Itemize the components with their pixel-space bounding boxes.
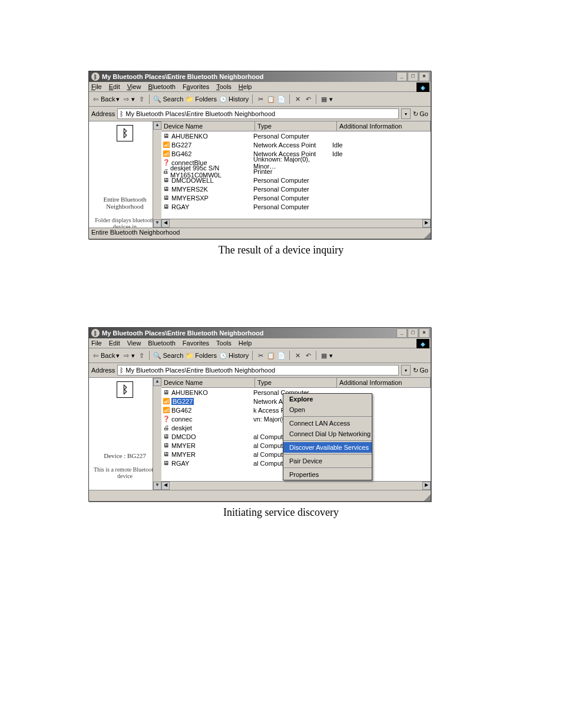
forward-button[interactable]: ⇨ ▾ <box>122 95 135 103</box>
resize-grip[interactable] <box>422 230 431 239</box>
go-button[interactable]: ↻ Go <box>413 367 428 374</box>
paste-button[interactable]: 📄 <box>277 351 286 360</box>
address-dropdown[interactable]: ▾ <box>401 365 411 375</box>
copy-button[interactable]: 📋 <box>267 351 275 360</box>
panel-scrollbar[interactable]: ▲ ▼ <box>153 121 161 228</box>
views-icon: ▦ <box>320 95 328 103</box>
list-hscrollbar[interactable]: ◀ ▶ <box>161 219 431 228</box>
cut-button[interactable]: ✂ <box>256 95 265 103</box>
minimize-button[interactable]: _ <box>396 72 407 81</box>
delete-button[interactable]: ✕ <box>293 351 302 360</box>
history-label: History <box>229 95 249 103</box>
undo-button[interactable]: ↶ <box>304 351 312 360</box>
folders-icon: 📁 <box>186 95 194 103</box>
ctx-pair-device[interactable]: Pair Device <box>283 456 372 466</box>
copy-icon: 📋 <box>267 95 275 103</box>
address-dropdown[interactable]: ▾ <box>401 108 411 119</box>
folders-button[interactable]: 📁Folders <box>186 351 217 360</box>
col-type[interactable]: Type <box>255 121 337 131</box>
scroll-left-button[interactable]: ◀ <box>161 482 170 490</box>
col-device-name[interactable]: Device Name <box>161 378 255 387</box>
up-button[interactable]: ⇧ <box>137 351 146 360</box>
menu-favorites[interactable]: Favorites <box>183 83 209 90</box>
menu-view[interactable]: View <box>127 340 141 347</box>
cut-button[interactable]: ✂ <box>256 351 265 360</box>
search-button[interactable]: 🔍Search <box>153 95 183 103</box>
scroll-right-button[interactable]: ▶ <box>422 219 431 228</box>
up-button[interactable]: ⇧ <box>137 95 146 103</box>
search-icon: 🔍 <box>153 95 161 103</box>
device-name: MMYERS2K <box>171 186 208 193</box>
copy-button[interactable]: 📋 <box>267 95 275 103</box>
back-button[interactable]: ⇦Back ▾ <box>91 95 120 103</box>
history-button[interactable]: 🕓History <box>219 95 249 103</box>
device-name: connec <box>171 416 192 423</box>
scroll-down-button[interactable]: ▼ <box>153 219 161 228</box>
table-row[interactable]: 🖥MMYERSXPPersonal Computer <box>161 193 431 202</box>
menu-bluetooth[interactable]: Bluetooth <box>148 83 176 90</box>
views-button[interactable]: ▦ ▾ <box>320 95 333 103</box>
ctx-properties[interactable]: Properties <box>283 469 372 480</box>
window-service-discovery: ᛒ My Bluetooth Places\Entire Bluetooth N… <box>88 327 431 502</box>
ctx-explore[interactable]: Explore <box>283 394 372 404</box>
panel-scrollbar[interactable]: ▲ ▼ <box>153 378 161 490</box>
menu-tools[interactable]: Tools <box>216 340 232 347</box>
table-row[interactable]: 🖥AHUBENKOPersonal Computer <box>161 131 431 140</box>
col-device-name[interactable]: Device Name <box>161 121 255 131</box>
back-button[interactable]: ⇦Back ▾ <box>91 351 120 360</box>
search-button[interactable]: 🔍Search <box>153 351 183 360</box>
menu-help[interactable]: Help <box>239 83 252 90</box>
menu-help[interactable]: Help <box>239 340 252 347</box>
undo-button[interactable]: ↶ <box>304 95 312 103</box>
history-button[interactable]: 🕓History <box>219 351 249 360</box>
menu-file[interactable]: File <box>91 83 102 90</box>
resize-grip[interactable] <box>422 493 431 501</box>
views-button[interactable]: ▦ ▾ <box>320 351 333 360</box>
list-hscrollbar[interactable]: ◀ ▶ <box>161 481 431 490</box>
ctx-connect-lan[interactable]: Connect LAN Access <box>283 418 372 429</box>
delete-button[interactable]: ✕ <box>293 95 302 103</box>
table-row[interactable]: 📶BG227Network Access PointIdle <box>161 140 431 149</box>
maximize-button[interactable]: □ <box>408 328 418 338</box>
address-input[interactable]: ᛒ My Bluetooth Places\Entire Bluetooth N… <box>117 108 399 119</box>
address-input[interactable]: ᛒ My Bluetooth Places\Entire Bluetooth N… <box>117 365 399 375</box>
close-button[interactable]: × <box>419 72 429 81</box>
close-button[interactable]: × <box>419 328 429 338</box>
scroll-right-button[interactable]: ▶ <box>422 482 431 490</box>
maximize-button[interactable]: □ <box>408 72 418 81</box>
paste-button[interactable]: 📄 <box>277 95 286 103</box>
scroll-left-button[interactable]: ◀ <box>161 219 170 228</box>
scroll-up-button[interactable]: ▲ <box>153 121 161 130</box>
folders-button[interactable]: 📁Folders <box>186 95 217 103</box>
menu-tools[interactable]: Tools <box>216 83 232 90</box>
go-button[interactable]: ↻ Go <box>413 110 428 118</box>
device-name: MMYERSXP <box>171 195 209 202</box>
device-icon: 🖥 <box>163 451 170 458</box>
ctx-open[interactable]: Open <box>283 404 372 415</box>
delete-icon: ✕ <box>293 351 302 360</box>
menu-edit[interactable]: Edit <box>109 340 120 347</box>
forward-button[interactable]: ⇨ ▾ <box>122 351 135 360</box>
minimize-button[interactable]: _ <box>396 328 407 338</box>
titlebar[interactable]: ᛒ My Bluetooth Places\Entire Bluetooth N… <box>89 328 431 338</box>
scroll-down-button[interactable]: ▼ <box>153 482 161 490</box>
menu-bluetooth[interactable]: Bluetooth <box>148 340 175 347</box>
col-additional-info[interactable]: Additional Information <box>337 121 431 131</box>
table-row[interactable]: 🖥DMCDOWELLPersonal Computer <box>161 176 431 185</box>
menu-file[interactable]: File <box>91 340 102 347</box>
device-icon: 📶 <box>163 150 170 157</box>
scroll-up-button[interactable]: ▲ <box>153 378 161 386</box>
device-type: Network Access Point <box>252 141 331 149</box>
menu-view[interactable]: View <box>127 83 141 90</box>
table-row[interactable]: 🖥MMYERS2KPersonal Computer <box>161 185 431 193</box>
menu-favorites[interactable]: Favorites <box>183 340 209 347</box>
table-row[interactable]: 🖥RGAYPersonal Computer <box>161 202 431 211</box>
ctx-discover-services[interactable]: Discover Available Services <box>283 442 372 453</box>
table-row[interactable]: 🖨deskjet 995c S/N MY1651C0MW0LPrinter <box>161 167 431 176</box>
titlebar[interactable]: ᛒ My Bluetooth Places\Entire Bluetooth N… <box>89 71 431 82</box>
ctx-connect-dun[interactable]: Connect Dial Up Networking <box>283 429 372 439</box>
menu-edit[interactable]: Edit <box>109 83 120 90</box>
col-type[interactable]: Type <box>255 378 337 387</box>
col-additional-info[interactable]: Additional Information <box>337 378 431 387</box>
folders-label: Folders <box>195 352 217 359</box>
